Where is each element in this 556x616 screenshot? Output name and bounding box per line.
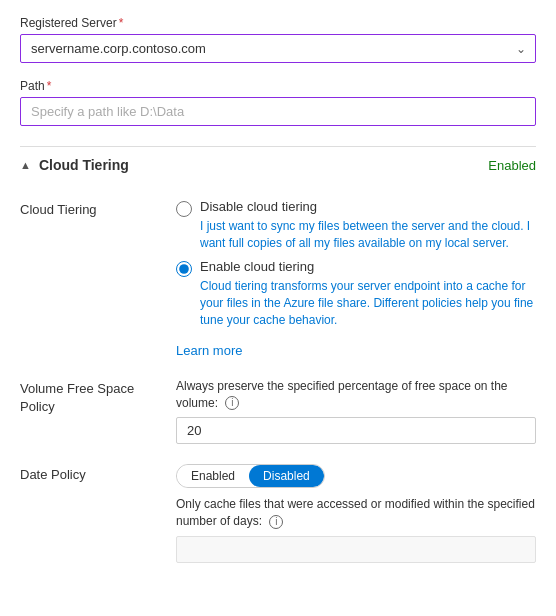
disable-tiering-content: Disable cloud tiering I just want to syn…: [200, 199, 536, 251]
date-policy-enabled-option[interactable]: Enabled: [177, 465, 249, 487]
disable-tiering-option: Disable cloud tiering I just want to syn…: [176, 199, 536, 251]
volume-free-space-label: Volume Free Space Policy: [20, 378, 160, 445]
info-icon[interactable]: i: [225, 396, 239, 410]
date-policy-info: Only cache files that were accessed or m…: [176, 496, 536, 530]
enable-tiering-content: Enable cloud tiering Cloud tiering trans…: [200, 259, 536, 328]
enable-tiering-option: Enable cloud tiering Cloud tiering trans…: [176, 259, 536, 328]
cloud-tiering-row: Cloud Tiering Disable cloud tiering I ju…: [20, 199, 536, 358]
date-policy-input[interactable]: [176, 536, 536, 563]
volume-free-space-content: Always preserve the specified percentage…: [176, 378, 536, 445]
registered-server-required: *: [119, 16, 124, 30]
disable-tiering-description: I just want to sync my files between the…: [200, 218, 536, 252]
date-policy-info-icon[interactable]: i: [269, 515, 283, 529]
disable-tiering-label[interactable]: Disable cloud tiering: [200, 199, 317, 214]
date-policy-disabled-option[interactable]: Disabled: [249, 465, 324, 487]
volume-free-space-row: Volume Free Space Policy Always preserve…: [20, 378, 536, 445]
date-policy-row: Date Policy Enabled Disabled Only cache …: [20, 464, 536, 563]
enable-tiering-radio[interactable]: [176, 261, 192, 277]
date-policy-toggle: Enabled Disabled: [176, 464, 325, 488]
cloud-tiering-options: Disable cloud tiering I just want to syn…: [176, 199, 536, 358]
date-policy-label: Date Policy: [20, 464, 160, 563]
cloud-tiering-status: Enabled: [488, 158, 536, 173]
cloud-tiering-header-left: ▲ Cloud Tiering: [20, 157, 129, 173]
date-policy-content: Enabled Disabled Only cache files that w…: [176, 464, 536, 563]
path-section: Path*: [20, 79, 536, 146]
collapse-icon: ▲: [20, 159, 31, 171]
disable-tiering-radio[interactable]: [176, 201, 192, 217]
registered-server-select-wrapper: servername.corp.contoso.com ⌄: [20, 34, 536, 63]
cloud-tiering-field-label: Cloud Tiering: [20, 199, 160, 358]
enable-tiering-label[interactable]: Enable cloud tiering: [200, 259, 314, 274]
volume-free-space-input[interactable]: [176, 417, 536, 444]
cloud-tiering-title: Cloud Tiering: [39, 157, 129, 173]
path-required: *: [47, 79, 52, 93]
registered-server-section: Registered Server* servername.corp.conto…: [20, 16, 536, 63]
path-label: Path*: [20, 79, 536, 93]
path-input[interactable]: [20, 97, 536, 126]
registered-server-label: Registered Server*: [20, 16, 536, 30]
enable-tiering-description: Cloud tiering transforms your server end…: [200, 278, 536, 328]
registered-server-select[interactable]: servername.corp.contoso.com: [20, 34, 536, 63]
volume-free-space-info: Always preserve the specified percentage…: [176, 378, 536, 412]
cloud-tiering-header[interactable]: ▲ Cloud Tiering Enabled: [20, 146, 536, 183]
learn-more-link[interactable]: Learn more: [176, 343, 242, 358]
